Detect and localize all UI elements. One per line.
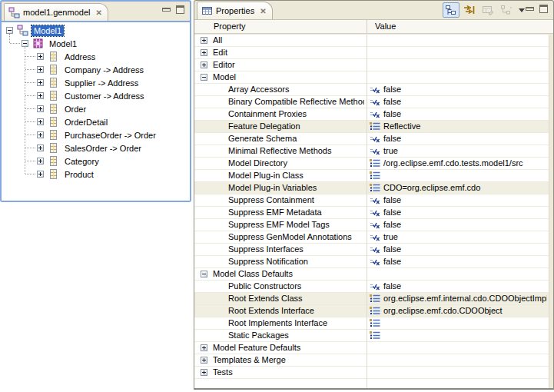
expand-icon[interactable] [37,92,44,99]
category-row-templates-merge[interactable]: Templates & Merge [194,354,553,367]
property-row-containment-proxies[interactable]: Containment Proxiesfalse [194,108,553,121]
expand-icon[interactable] [37,79,44,86]
text-value-icon [370,122,380,131]
collapse-icon[interactable] [201,74,207,81]
property-row-minimal-reflective-methods[interactable]: Minimal Reflective Methodstrue [194,145,553,158]
maximize-button[interactable] [539,5,548,13]
expand-icon[interactable] [37,131,44,138]
tree-item-company-address[interactable]: Company -> Address [2,63,190,76]
properties-table: AllEditEditorModelArray AccessorsfalseBi… [194,35,553,388]
expand-icon[interactable] [37,105,44,112]
expand-icon[interactable] [201,61,207,68]
property-value-cell[interactable]: false [370,108,547,120]
expand-icon[interactable] [37,53,44,60]
property-row-feature-delegation[interactable]: Feature DelegationReflective [194,121,553,133]
property-value-cell[interactable]: false [370,84,547,95]
category-row-edit[interactable]: Edit [194,47,553,59]
expand-icon[interactable] [201,49,207,56]
property-row-root-extends-class[interactable]: Root Extends Classorg.eclipse.emf.intern… [194,293,553,305]
category-row-tests[interactable]: Tests [194,367,553,379]
editor-content: Model1Model1AddressCompany -> AddressSup… [2,21,190,201]
tree-item-orderdetail[interactable]: OrderDetail [2,115,190,128]
tree-item-model1[interactable]: Model1 [2,37,190,50]
category-row-editor[interactable]: Editor [194,59,553,71]
tree-item-customer-address[interactable]: Customer -> Address [2,89,190,102]
property-row-suppress-containment[interactable]: Suppress Containmentfalse [194,194,553,207]
close-icon[interactable]: ✕ [95,8,101,17]
property-value-cell[interactable]: false [370,281,547,292]
class-icon [48,142,59,154]
expand-icon[interactable] [37,66,44,73]
property-row-public-constructors[interactable]: Public Constructorsfalse [194,281,553,293]
property-value-cell[interactable]: true [370,231,547,243]
property-value-cell[interactable]: Reflective [370,121,547,132]
property-row-suppress-genmodel-annotations[interactable]: Suppress GenModel Annotationstrue [194,231,553,244]
collapse-icon[interactable] [22,40,28,47]
tree-item-supplier-address[interactable]: Supplier -> Address [2,76,190,89]
property-value-cell[interactable] [370,317,547,329]
show-categories-button[interactable] [443,2,459,18]
property-value-cell[interactable]: false [370,207,547,218]
maximize-button[interactable] [176,5,184,14]
property-row-suppress-emf-metadata[interactable]: Suppress EMF Metadatafalse [194,207,553,219]
expand-icon[interactable] [201,37,207,44]
property-row-binary-compatible-reflective-methods[interactable]: Binary Compatible Reflective Methodsfals… [194,96,553,108]
property-row-model-directory[interactable]: Model Directory/org.eclipse.emf.cdo.test… [194,158,553,170]
tree-item-salesorder-order[interactable]: SalesOrder -> Order [2,141,190,154]
tree-item-address[interactable]: Address [2,50,190,63]
column-divider[interactable] [367,20,367,33]
tree-item-order[interactable]: Order [2,102,190,115]
tree-connector [25,135,35,135]
show-advanced-properties-button[interactable] [461,2,478,18]
minimize-button[interactable] [162,8,171,12]
property-value-cell[interactable]: false [370,133,547,145]
collapse-icon[interactable] [6,27,13,34]
property-value-cell[interactable]: false [370,219,547,231]
property-value-cell[interactable]: true [370,145,547,157]
close-icon[interactable]: ✕ [260,7,266,15]
boolean-value-icon [370,245,380,254]
expand-icon[interactable] [201,344,207,351]
property-value-cell[interactable]: false [370,256,547,267]
minimize-button[interactable] [526,7,534,11]
property-value-cell[interactable]: false [370,244,547,255]
property-row-suppress-interfaces[interactable]: Suppress Interfacesfalse [194,244,553,256]
property-name: Root Extends Class [228,293,364,304]
tab-properties[interactable]: Properties ✕ [197,2,273,19]
property-value-cell[interactable]: org.eclipse.emf.internal.cdo.CDOObjectIm… [370,293,547,304]
expand-icon[interactable] [201,369,207,376]
expand-icon[interactable] [37,171,44,178]
property-value-cell[interactable]: org.eclipse.emf.cdo.CDOObject [370,305,547,317]
expand-icon[interactable] [37,118,44,125]
property-row-model-plug-in-variables[interactable]: Model Plug-in VariablesCDO=org.eclipse.e… [194,182,553,194]
property-value-cell[interactable]: false [370,96,547,108]
property-value-cell[interactable]: CDO=org.eclipse.emf.cdo [370,182,547,194]
property-row-model-plug-in-class[interactable]: Model Plug-in Class [194,170,553,182]
tree-item-model1[interactable]: Model1 [2,24,190,37]
category-row-model-feature-defaults[interactable]: Model Feature Defaults [194,342,553,354]
property-row-array-accessors[interactable]: Array Accessorsfalse [194,84,553,96]
expand-icon[interactable] [37,158,44,164]
property-row-generate-schema[interactable]: Generate Schemafalse [194,133,553,145]
property-row-suppress-notification[interactable]: Suppress Notificationfalse [194,256,553,268]
property-row-suppress-emf-model-tags[interactable]: Suppress EMF Model Tagsfalse [194,219,553,231]
property-name: Model Directory [228,158,364,169]
property-value-cell[interactable] [370,170,547,181]
category-row-model[interactable]: Model [194,71,553,84]
expand-icon[interactable] [37,145,44,151]
collapse-icon[interactable] [201,271,207,277]
property-value-cell[interactable]: false [370,194,547,206]
property-row-root-implements-interface[interactable]: Root Implements Interface [194,317,553,330]
property-row-root-extends-interface[interactable]: Root Extends Interfaceorg.eclipse.emf.cd… [194,305,553,317]
category-row-all[interactable]: All [194,35,553,47]
property-value-cell[interactable] [370,330,547,341]
tree-item-product[interactable]: Product [2,168,190,181]
tree-item-purchaseorder-order[interactable]: PurchaseOrder -> Order [2,128,190,141]
property-value-cell[interactable]: /org.eclipse.emf.cdo.tests.model1/src [370,158,547,169]
property-row-static-packages[interactable]: Static Packages [194,330,553,342]
expand-icon[interactable] [201,357,207,364]
tree-item-category[interactable]: Category [2,154,190,168]
tree-item-label: Model1 [47,38,79,49]
category-row-model-class-defaults[interactable]: Model Class Defaults [194,268,553,281]
tab-model1-genmodel[interactable]: model1.genmodel ✕ [4,3,108,21]
